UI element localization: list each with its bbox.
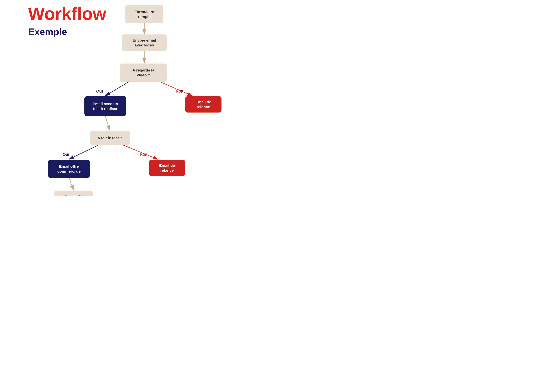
node-envoie-email: Envoie email avec vidéo [122, 35, 167, 51]
node-email-offre: Email offre commerciale [48, 160, 90, 178]
node-regarde-video: A regardé la vidéo ? [120, 63, 167, 82]
label-oui-video: Oui [96, 89, 103, 94]
label-non-video: Non [176, 89, 183, 94]
page-subtitle: Exemple [28, 26, 67, 37]
svg-line-6 [69, 178, 74, 190]
node-accepte-offre: A accepté l'offre [55, 190, 93, 196]
node-fait-test: A fait le test ? [90, 131, 130, 145]
node-formulaire: Formulaire remplit [125, 5, 163, 23]
node-email-relance-2: Email de relance [149, 160, 185, 176]
label-oui-test: Oui [63, 152, 69, 157]
svg-line-5 [105, 116, 110, 130]
label-non-test: Non [140, 152, 148, 157]
node-email-relance-1: Email de relance [185, 96, 221, 112]
page-title: Workflow [28, 5, 106, 22]
node-email-test: Email avec un test à réaliser [84, 96, 126, 116]
